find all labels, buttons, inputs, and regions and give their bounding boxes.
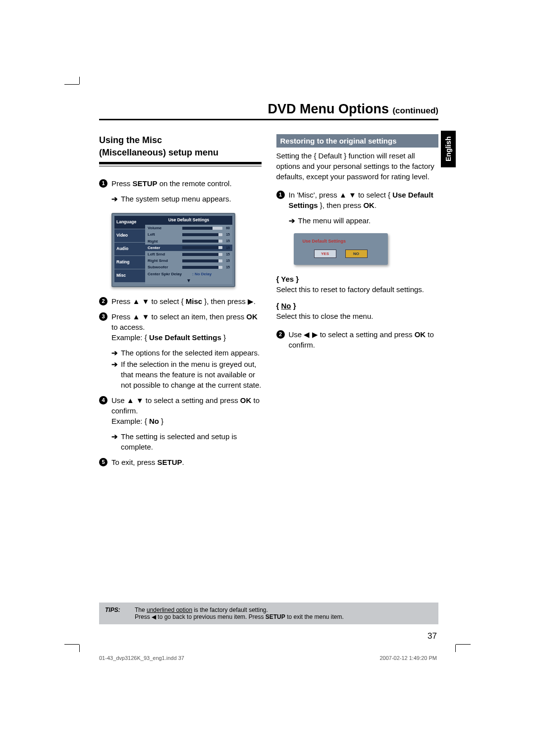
example-text: } (159, 417, 163, 425)
step-number-icon: 5 (99, 458, 107, 466)
menu-row: Left15 (145, 231, 232, 238)
title-continued: (continued) (392, 106, 438, 115)
heading-line2: (Miscellaneous) setup menu (99, 147, 262, 159)
row-label: Center Spkr Delay (148, 271, 192, 277)
sub-text: The system setup menu appears. (121, 194, 231, 204)
crop-mark (64, 644, 79, 645)
tips-text: The (135, 606, 147, 613)
page-title: DVD Menu Options (continued) (99, 101, 438, 120)
intro-text: Setting the { Default } function will re… (276, 151, 439, 182)
bold: No (149, 417, 159, 425)
menu-tab: Language (114, 216, 145, 229)
menu-tab: Rating (114, 256, 145, 269)
sub-step: ➔ The options for the selected item appe… (99, 348, 262, 358)
row-value: 15 (222, 252, 230, 257)
slider-fill (182, 240, 218, 243)
sub-text: If the selection in the menu is greyed o… (121, 359, 262, 390)
step-number-icon: 2 (99, 297, 107, 305)
row-label: Center (148, 245, 182, 251)
slider-track (182, 253, 222, 256)
right-column: Restoring to the original settings Setti… (276, 134, 439, 472)
menu-row: Right Srnd15 (145, 257, 232, 264)
step-text: . (182, 458, 184, 466)
slider-fill (182, 253, 218, 256)
slider-fill (182, 233, 218, 236)
menu-row: Volume60 (145, 225, 232, 231)
step-2: 2 Use ◀ ▶ to select a setting and press … (276, 329, 439, 350)
title-main: DVD Menu Options (268, 101, 389, 116)
left-column: Using the Misc (Miscellaneous) setup men… (99, 134, 262, 472)
step-text: Press ▲ ▼ to select an item, then press (111, 312, 246, 321)
step-number-icon: 2 (276, 330, 285, 339)
row-label: Volume (148, 225, 182, 231)
menu-tab: Misc (114, 269, 145, 283)
sub-step: ➔ The menu will appear. (276, 215, 439, 226)
arrow-icon: ➔ (111, 348, 118, 358)
step-4: 4 Use ▲ ▼ to select a setting and press … (99, 395, 262, 426)
slider-fill (182, 259, 218, 262)
step-text: to access. (111, 323, 145, 331)
step-1: 1 Press SETUP on the remote control. (99, 178, 262, 189)
arrow-icon: ➔ (111, 431, 118, 452)
row-label: Left Srnd (148, 252, 182, 257)
row-value: 15 (222, 232, 230, 237)
dialog-yes-button: YES (314, 250, 336, 258)
step-text: In 'Misc', press ▲ ▼ to select { (289, 191, 393, 199)
footer-right: 2007-02-12 1:49:20 PM (379, 655, 437, 661)
menu-tab: Audio (114, 243, 145, 256)
example-text: Example: { (111, 333, 149, 342)
slider-track (182, 240, 222, 243)
example-text: Example: { (111, 417, 149, 425)
example-text: } (221, 333, 226, 342)
step-text: Press (111, 179, 133, 188)
step-text: Use ▲ ▼ to select a setting and press (111, 396, 240, 404)
step-text: To exit, press (111, 458, 158, 466)
step-number-icon: 1 (276, 191, 285, 199)
step-text: . (374, 201, 376, 209)
crop-mark (456, 644, 471, 645)
bold: OK (240, 396, 252, 404)
row-value: 15 (222, 265, 230, 270)
footer-left: 01-43_dvp3126K_93_eng1.indd 37 (99, 655, 184, 661)
bold: OK (363, 201, 374, 209)
sub-step: ➔ The system setup menu appears. (99, 194, 262, 204)
tips-text: to exit the menu item. (285, 613, 344, 620)
page-number: 37 (428, 631, 437, 641)
slider-fill (182, 246, 218, 249)
arrow-icon: ➔ (111, 359, 118, 390)
sub-text: The setting is selected and setup is com… (121, 431, 262, 452)
tips-label: TIPS: (105, 606, 135, 620)
option-yes-text: Select this to reset to factory default … (276, 284, 439, 295)
step-1: 1 In 'Misc', press ▲ ▼ to select { Use D… (276, 190, 439, 210)
arrow-icon: ➔ (111, 194, 118, 204)
bold: OK (246, 312, 258, 321)
bold: SETUP (133, 179, 158, 188)
row-value: 15 (222, 239, 230, 244)
dialog-no-button: NO (345, 250, 368, 258)
step-number-icon: 3 (99, 312, 107, 321)
option-yes-label: { Yes } (276, 274, 439, 284)
sub-text: The menu will appear. (298, 215, 371, 226)
slider-track (182, 246, 222, 249)
dialog-title: Use Default Settings (294, 238, 388, 245)
slider-fill (182, 227, 213, 230)
slider-fill (182, 266, 218, 269)
down-arrow-icon: ▼ (145, 277, 232, 284)
bold: OK (415, 330, 426, 339)
step-2: 2 Press ▲ ▼ to select { Misc }, then pre… (99, 296, 262, 306)
dialog-diagram: Use Default Settings YES NO (294, 233, 388, 265)
step-number-icon: 1 (99, 179, 107, 188)
menu-row: Right15 (145, 238, 232, 245)
setup-menu-diagram: Language Video Audio Rating Misc Use Def… (111, 213, 235, 287)
step-text: Use ◀ ▶ to select a setting and press (289, 330, 415, 339)
row-label: Right Srnd (148, 258, 182, 263)
slider-track (182, 233, 222, 236)
slider-track (182, 259, 222, 262)
step-text: on the remote control. (158, 179, 232, 188)
bold: Misc (186, 297, 202, 305)
underlined-text: underlined option (147, 606, 192, 613)
menu-row: Subwoofer15 (145, 264, 232, 270)
tips-box: TIPS: The underlined option is the facto… (99, 603, 438, 624)
sub-step: ➔ If the selection in the menu is greyed… (99, 359, 262, 390)
option-no-text: Select this to close the menu. (276, 311, 439, 321)
